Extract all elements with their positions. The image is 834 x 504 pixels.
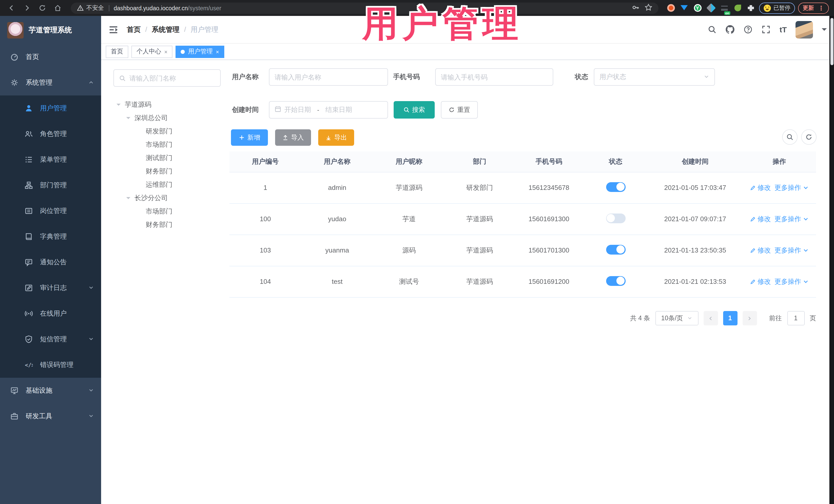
browser-home-icon[interactable] — [51, 2, 64, 14]
add-button[interactable]: 新增 — [231, 129, 268, 146]
github-icon[interactable] — [726, 25, 735, 34]
chrome-update-button[interactable]: 更新 ⋮ — [798, 2, 829, 14]
mobile-input[interactable] — [441, 73, 548, 81]
tree-node[interactable]: 测试部门 — [101, 151, 224, 165]
screen: 不安全 dashboard.yudao.iocoder.cn/system/us… — [0, 0, 834, 504]
extension-icon-green-v[interactable]: Y — [692, 3, 703, 13]
extension-icon-gem[interactable] — [679, 3, 689, 13]
status-select[interactable]: 用户状态 — [594, 68, 715, 86]
prev-page-button[interactable] — [703, 311, 718, 325]
user-avatar[interactable] — [795, 21, 813, 38]
sidebar-item-menu-mgmt[interactable]: 菜单管理 — [0, 147, 101, 172]
close-icon[interactable]: × — [164, 48, 168, 54]
fullscreen-icon[interactable] — [762, 25, 771, 34]
tree-node[interactable]: 财务部门 — [101, 165, 224, 178]
tab-home[interactable]: 首页 — [106, 45, 128, 58]
avatar-caret-icon[interactable] — [822, 28, 827, 34]
security-indicator[interactable]: 不安全 — [77, 4, 104, 12]
chevron-down-icon — [88, 335, 94, 343]
sidebar-item-sms-mgmt[interactable]: 短信管理 — [0, 326, 101, 352]
search-button[interactable]: 搜索 — [394, 101, 435, 118]
browser-forward-icon[interactable] — [21, 2, 33, 14]
tree-expand-icon[interactable] — [126, 117, 130, 121]
sidebar-item-system[interactable]: 系统管理 — [0, 70, 101, 95]
sidebar-item-dept-mgmt[interactable]: 部门管理 — [0, 172, 101, 198]
tree-expand-icon[interactable] — [126, 197, 130, 201]
tab-user-mgmt[interactable]: 用户管理 × — [176, 45, 224, 58]
username-input[interactable] — [275, 73, 382, 81]
sidebar-item-notice[interactable]: 通知公告 — [0, 249, 101, 275]
tree-node[interactable]: 长沙分公司 — [101, 192, 224, 205]
sidebar-item-error-code[interactable]: 错误码管理 — [0, 352, 101, 378]
help-icon[interactable] — [744, 25, 753, 34]
table-search-toggle-button[interactable] — [782, 129, 797, 145]
breadcrumb-home[interactable]: 首页 — [127, 25, 140, 34]
extension-icon-orange[interactable] — [666, 3, 676, 13]
tree-node[interactable]: 深圳总公司 — [101, 111, 224, 125]
more-actions-link[interactable]: 更多操作 — [774, 183, 809, 192]
plus-icon — [239, 134, 245, 140]
edit-link[interactable]: 修改 — [750, 246, 771, 255]
profile-paused-badge[interactable]: 已暂停 — [759, 2, 795, 14]
window-scrollbar[interactable] — [829, 16, 834, 504]
tree-node[interactable]: 市场部门 — [101, 205, 224, 218]
sidebar-fold-icon[interactable] — [108, 24, 118, 35]
sidebar-item-home[interactable]: 首页 — [0, 44, 101, 70]
tab-profile[interactable]: 个人中心 × — [131, 45, 173, 58]
browser-reload-icon[interactable] — [36, 2, 48, 14]
key-icon[interactable] — [632, 4, 639, 12]
breadcrumb-system[interactable]: 系统管理 — [152, 25, 180, 34]
table-refresh-button[interactable] — [801, 129, 816, 145]
status-toggle[interactable] — [606, 213, 626, 223]
page-size-select[interactable]: 10条/页 — [655, 311, 698, 325]
sidebar-item-infrastructure[interactable]: 基础设施 — [0, 378, 101, 403]
header-search-icon[interactable] — [708, 25, 717, 34]
scrollbar-thumb[interactable] — [830, 18, 833, 65]
sidebar-item-role-mgmt[interactable]: 角色管理 — [0, 121, 101, 147]
browser-menu-kebab-icon[interactable]: ⋮ — [818, 4, 824, 12]
dict-icon — [25, 233, 33, 241]
reset-button[interactable]: 重置 — [441, 101, 478, 118]
close-icon[interactable]: × — [216, 48, 219, 54]
chevron-down-icon — [88, 387, 94, 394]
status-toggle[interactable] — [606, 182, 626, 192]
bookmark-star-icon[interactable] — [644, 4, 652, 12]
more-actions-link[interactable]: 更多操作 — [774, 246, 809, 255]
tree-node[interactable]: 研发部门 — [101, 125, 224, 138]
chevron-down-icon — [803, 216, 809, 222]
page-number-button[interactable]: 1 — [723, 311, 737, 325]
extensions-puzzle-icon[interactable] — [746, 3, 756, 13]
tree-node[interactable]: 运维部门 — [101, 178, 224, 192]
export-button[interactable]: 导出 — [318, 129, 354, 146]
next-page-button[interactable] — [742, 311, 757, 325]
tree-node[interactable]: 芋道源码 — [101, 98, 224, 111]
tree-expand-icon[interactable] — [116, 104, 120, 108]
browser-back-icon[interactable] — [5, 2, 18, 14]
tree-node[interactable]: 财务部门 — [101, 218, 224, 232]
extension-icon-leaf[interactable] — [732, 3, 743, 13]
status-toggle[interactable] — [606, 276, 626, 286]
sidebar-item-post-mgmt[interactable]: 岗位管理 — [0, 198, 101, 224]
edit-link[interactable]: 修改 — [750, 277, 771, 286]
edit-link[interactable]: 修改 — [750, 183, 771, 192]
sidebar-item-dict-mgmt[interactable]: 字典管理 — [0, 224, 101, 249]
extension-icon-diamonds[interactable] — [706, 3, 716, 13]
table-header-row: 用户编号 用户名称 用户昵称 部门 手机号码 状态 创建时间 操作 — [229, 151, 816, 172]
status-toggle[interactable] — [606, 245, 626, 254]
paused-label: 已暂停 — [773, 4, 790, 12]
sidebar-item-user-mgmt[interactable]: 用户管理 — [0, 95, 101, 121]
edit-link[interactable]: 修改 — [750, 214, 771, 223]
date-range-picker[interactable]: 开始日期 - 结束日期 — [269, 101, 388, 118]
sidebar-item-online-users[interactable]: 在线用户 — [0, 301, 101, 326]
sidebar-item-audit-log[interactable]: 审计日志 — [0, 275, 101, 301]
extension-icon-on-badge[interactable]: on — [719, 3, 729, 13]
dept-search-input[interactable] — [129, 74, 215, 82]
import-button[interactable]: 导入 — [275, 129, 311, 146]
more-actions-link[interactable]: 更多操作 — [774, 277, 809, 286]
more-actions-link[interactable]: 更多操作 — [774, 214, 809, 223]
app-logo-row[interactable]: 芋道管理系统 — [0, 16, 101, 44]
sidebar-item-devtools[interactable]: 研发工具 — [0, 403, 101, 429]
tree-node[interactable]: 市场部门 — [101, 138, 224, 151]
goto-page-input[interactable] — [787, 311, 805, 325]
font-size-icon[interactable]: tT — [780, 25, 787, 34]
